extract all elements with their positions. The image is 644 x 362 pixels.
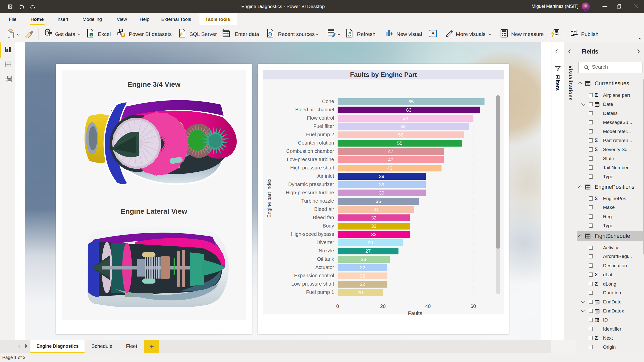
svg-text:x: x	[91, 33, 92, 36]
svg-text:A: A	[432, 31, 434, 35]
svg-text:fx: fx	[597, 319, 599, 322]
